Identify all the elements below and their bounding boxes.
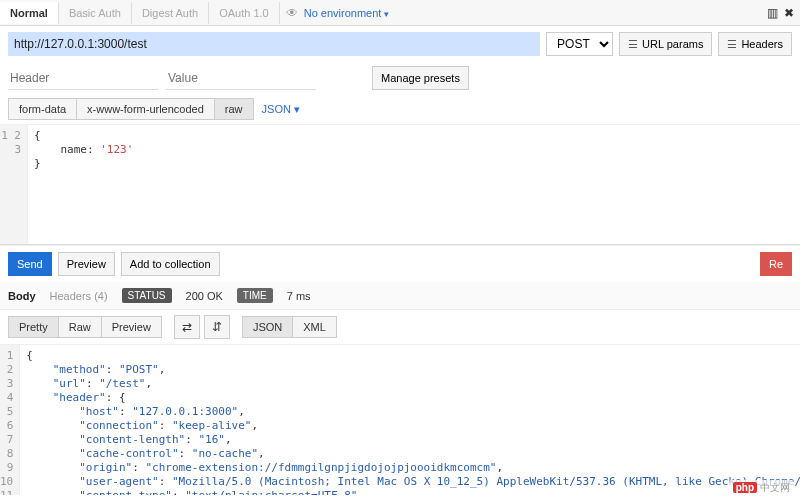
request-url-row: POST ☰URL params ☰Headers <box>0 26 800 62</box>
preview-button[interactable]: Preview <box>58 252 115 276</box>
format-row: Pretty Raw Preview ⇄ ⇵ JSON XML <box>0 310 800 345</box>
response-gutter: 1 2 3 4 5 6 7 8 9 10 11 12 13 14 <box>0 345 20 495</box>
header-value-input[interactable] <box>166 67 316 90</box>
format-raw[interactable]: Raw <box>58 316 101 338</box>
body-tab-urlencoded[interactable]: x-www-form-urlencoded <box>76 98 214 120</box>
format-preview[interactable]: Preview <box>101 316 162 338</box>
watermark: php中文网 <box>729 480 794 496</box>
body-tabs: form-data x-www-form-urlencoded raw JSON… <box>0 94 800 125</box>
manage-presets-button[interactable]: Manage presets <box>372 66 469 90</box>
request-gutter: 1 2 3 <box>0 125 28 244</box>
top-bar: Normal Basic Auth Digest Auth OAuth 1.0 … <box>0 0 800 26</box>
format-pretty[interactable]: Pretty <box>8 316 58 338</box>
time-value: 7 ms <box>287 290 311 302</box>
auth-tab-normal[interactable]: Normal <box>0 2 59 24</box>
params-icon: ☰ <box>628 38 638 51</box>
url-params-button[interactable]: ☰URL params <box>619 32 712 56</box>
status-label: STATUS <box>122 288 172 303</box>
headers-icon: ☰ <box>727 38 737 51</box>
layout-icon[interactable]: ▥ <box>767 6 778 20</box>
reset-button[interactable]: Re <box>760 252 792 276</box>
add-to-collection-button[interactable]: Add to collection <box>121 252 220 276</box>
header-key-input[interactable] <box>8 67 158 90</box>
headers-button[interactable]: ☰Headers <box>718 32 792 56</box>
body-tab-raw[interactable]: raw <box>214 98 254 120</box>
wrench-icon[interactable]: ✖ <box>784 6 794 20</box>
response-body-editor[interactable]: 1 2 3 4 5 6 7 8 9 10 11 12 13 14 { "meth… <box>0 345 800 495</box>
request-body-editor[interactable]: 1 2 3 { name: '123' } <box>0 125 800 245</box>
url-input[interactable] <box>8 32 540 56</box>
method-select[interactable]: POST <box>546 32 613 56</box>
chevron-down-icon: ▾ <box>384 9 389 19</box>
type-xml[interactable]: XML <box>292 316 337 338</box>
auth-tab-basic[interactable]: Basic Auth <box>59 2 132 24</box>
request-code[interactable]: { name: '123' } <box>28 125 800 244</box>
wrap-icon[interactable]: ⇄ <box>174 315 200 339</box>
response-code[interactable]: { "method": "POST", "url": "/test", "hea… <box>20 345 800 495</box>
send-button[interactable]: Send <box>8 252 52 276</box>
chevron-down-icon: ▾ <box>294 103 300 115</box>
status-value: 200 OK <box>186 290 223 302</box>
response-tab-headers[interactable]: Headers (4) <box>50 290 108 302</box>
watermark-logo: php <box>733 482 757 493</box>
environment-selector[interactable]: No environment ▾ <box>304 7 398 19</box>
action-row: Send Preview Add to collection Re <box>0 245 800 282</box>
time-label: TIME <box>237 288 273 303</box>
type-json[interactable]: JSON <box>242 316 292 338</box>
response-tab-body[interactable]: Body <box>8 290 36 302</box>
eye-icon[interactable]: 👁 <box>280 6 304 20</box>
body-tab-formdata[interactable]: form-data <box>8 98 76 120</box>
body-format-select[interactable]: JSON ▾ <box>262 103 300 116</box>
header-value-row: Manage presets <box>0 62 800 94</box>
response-header: Body Headers (4) STATUS 200 OK TIME 7 ms <box>0 282 800 310</box>
auth-tab-oauth[interactable]: OAuth 1.0 <box>209 2 280 24</box>
auth-tab-digest[interactable]: Digest Auth <box>132 2 209 24</box>
search-icon[interactable]: ⇵ <box>204 315 230 339</box>
